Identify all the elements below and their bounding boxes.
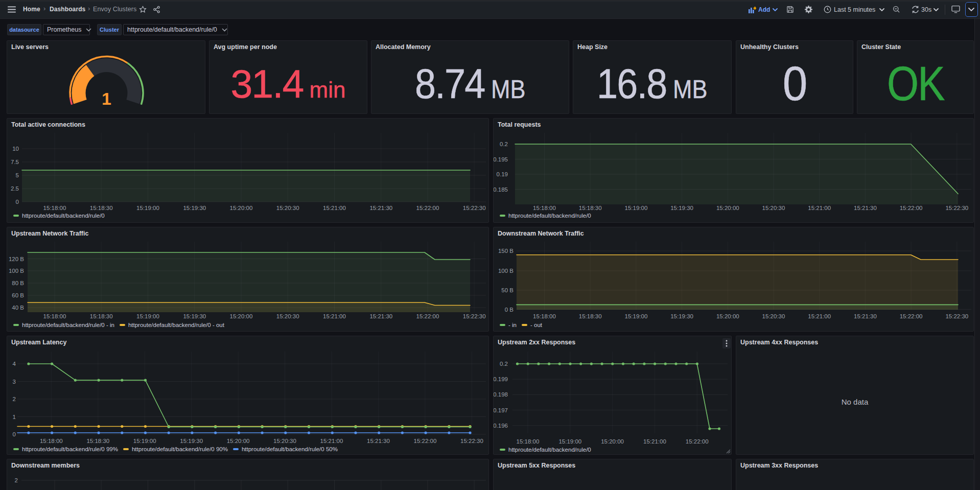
svg-text:15:18:00: 15:18:00 <box>517 438 540 445</box>
svg-text:0.196: 0.196 <box>494 423 508 429</box>
svg-text:1: 1 <box>102 89 111 108</box>
svg-text:15:18:30: 15:18:30 <box>90 313 113 319</box>
svg-text:5: 5 <box>16 172 19 178</box>
svg-text:0.2: 0.2 <box>500 141 508 147</box>
svg-text:15:21:00: 15:21:00 <box>323 313 346 319</box>
svg-text:15:20:30: 15:20:30 <box>273 438 296 444</box>
svg-text:50 B: 50 B <box>501 287 514 293</box>
svg-text:0.197: 0.197 <box>494 407 508 413</box>
svg-text:15:18:00: 15:18:00 <box>533 313 556 319</box>
svg-text:120 B: 120 B <box>9 256 24 262</box>
svg-text:15:18:30: 15:18:30 <box>90 205 113 211</box>
svg-text:15:19:00: 15:19:00 <box>625 313 648 319</box>
svg-text:7.5: 7.5 <box>11 159 19 165</box>
svg-text:15:21:30: 15:21:30 <box>854 313 877 319</box>
svg-text:15:21:00: 15:21:00 <box>643 438 666 445</box>
svg-text:15:22:00: 15:22:00 <box>416 313 439 319</box>
svg-text:15:22:30: 15:22:30 <box>945 205 968 211</box>
svg-text:15:19:30: 15:19:30 <box>180 438 203 444</box>
svg-text:15:19:00: 15:19:00 <box>136 313 159 319</box>
svg-text:15:19:00: 15:19:00 <box>136 205 159 211</box>
svg-text:15:20:00: 15:20:00 <box>230 313 253 319</box>
svg-text:15:22:30: 15:22:30 <box>945 313 968 319</box>
svg-text:15:22:30: 15:22:30 <box>460 438 483 444</box>
svg-text:15:20:30: 15:20:30 <box>762 205 785 211</box>
svg-text:0.19: 0.19 <box>497 171 508 177</box>
svg-text:3: 3 <box>13 379 16 385</box>
svg-text:15:19:00: 15:19:00 <box>625 205 648 211</box>
svg-text:15:20:00: 15:20:00 <box>716 205 739 211</box>
svg-text:15:20:30: 15:20:30 <box>276 205 299 211</box>
svg-text:100 B: 100 B <box>498 268 514 274</box>
svg-text:15:21:00: 15:21:00 <box>320 438 343 444</box>
svg-text:15:21:00: 15:21:00 <box>808 205 831 211</box>
svg-text:15:21:30: 15:21:30 <box>854 205 877 211</box>
svg-text:15:18:30: 15:18:30 <box>579 313 602 319</box>
svg-text:15:20:30: 15:20:30 <box>762 313 785 319</box>
svg-text:15:22:00: 15:22:00 <box>414 438 437 444</box>
svg-text:15:18:00: 15:18:00 <box>533 205 556 211</box>
svg-text:0.195: 0.195 <box>494 156 508 162</box>
svg-text:15:21:30: 15:21:30 <box>369 313 392 319</box>
svg-text:150 B: 150 B <box>498 248 514 254</box>
svg-text:15:21:00: 15:21:00 <box>323 205 346 211</box>
svg-text:40 B: 40 B <box>12 305 24 311</box>
svg-text:15:18:00: 15:18:00 <box>43 205 66 211</box>
svg-text:15:18:00: 15:18:00 <box>40 438 63 444</box>
svg-text:60 B: 60 B <box>12 292 24 298</box>
svg-text:0.199: 0.199 <box>494 376 508 382</box>
svg-text:0.185: 0.185 <box>494 186 508 193</box>
svg-text:2: 2 <box>13 396 16 402</box>
svg-text:2.5: 2.5 <box>11 185 19 192</box>
svg-text:15:22:00: 15:22:00 <box>900 313 923 319</box>
svg-text:4: 4 <box>13 361 16 367</box>
svg-text:15:22:30: 15:22:30 <box>463 205 486 211</box>
svg-text:15:19:30: 15:19:30 <box>183 205 206 211</box>
svg-text:15:21:30: 15:21:30 <box>369 205 392 211</box>
svg-text:15:18:00: 15:18:00 <box>43 313 66 319</box>
svg-text:15:19:00: 15:19:00 <box>133 438 156 444</box>
svg-text:15:20:00: 15:20:00 <box>227 438 250 444</box>
svg-text:15:22:00: 15:22:00 <box>900 205 923 211</box>
svg-text:0.2: 0.2 <box>500 361 508 367</box>
svg-text:0 B: 0 B <box>505 307 514 313</box>
svg-text:0: 0 <box>16 199 19 205</box>
svg-text:15:21:00: 15:21:00 <box>808 313 831 319</box>
svg-text:10: 10 <box>12 146 19 152</box>
svg-text:15:20:30: 15:20:30 <box>276 313 299 319</box>
svg-text:15:22:00: 15:22:00 <box>416 205 439 211</box>
svg-text:0.198: 0.198 <box>494 391 508 398</box>
svg-text:15:19:30: 15:19:30 <box>183 313 206 319</box>
svg-text:15:19:00: 15:19:00 <box>558 438 581 445</box>
svg-text:15:22:00: 15:22:00 <box>686 438 709 445</box>
svg-text:15:18:30: 15:18:30 <box>579 205 602 211</box>
svg-text:15:19:30: 15:19:30 <box>670 313 693 319</box>
svg-text:0: 0 <box>13 431 16 437</box>
svg-text:15:18:30: 15:18:30 <box>86 438 109 444</box>
svg-text:15:21:30: 15:21:30 <box>367 438 390 444</box>
svg-text:15:20:00: 15:20:00 <box>716 313 739 319</box>
svg-text:15:19:30: 15:19:30 <box>670 205 693 211</box>
svg-text:15:20:00: 15:20:00 <box>601 438 624 445</box>
svg-text:100 B: 100 B <box>9 268 24 274</box>
svg-text:1: 1 <box>13 414 16 420</box>
svg-text:15:22:30: 15:22:30 <box>463 313 486 319</box>
svg-text:80 B: 80 B <box>12 280 24 286</box>
svg-text:15:20:00: 15:20:00 <box>230 205 253 211</box>
svg-text:2: 2 <box>15 477 18 483</box>
